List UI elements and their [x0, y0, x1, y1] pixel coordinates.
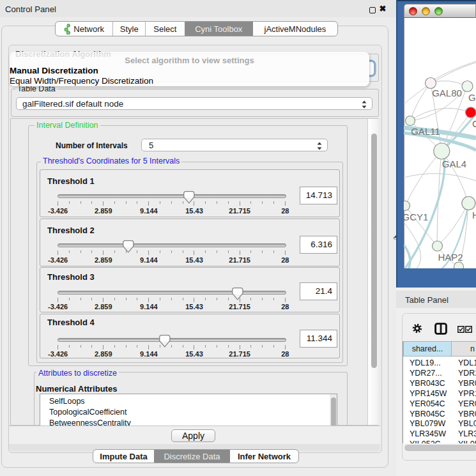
svg-text:GAL11: GAL11 — [411, 126, 440, 137]
svg-text:GAL4: GAL4 — [442, 158, 466, 169]
svg-text:HAP2: HAP2 — [438, 252, 463, 263]
svg-text:GCY1: GCY1 — [404, 211, 428, 222]
svg-text:CC: CC — [472, 118, 476, 129]
svg-text:HI: HI — [472, 210, 476, 220]
svg-text:GAL: GAL — [468, 92, 476, 103]
svg-text:GAL80: GAL80 — [432, 88, 462, 98]
